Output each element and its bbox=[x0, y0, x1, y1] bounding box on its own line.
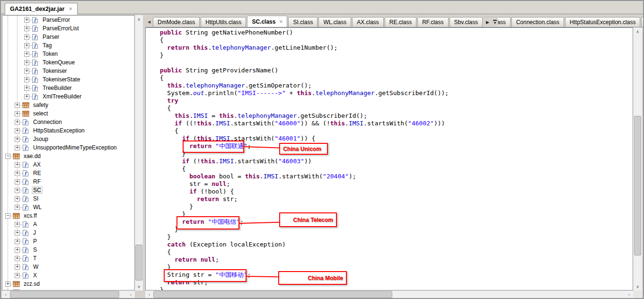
tree-item-label[interactable]: UnsupportedMimeTypeException bbox=[32, 144, 118, 151]
tree-item-label[interactable]: S bbox=[32, 246, 38, 254]
tree-item-label[interactable]: WL bbox=[32, 203, 43, 211]
expand-icon[interactable]: + bbox=[24, 26, 29, 31]
expand-icon[interactable]: + bbox=[15, 205, 20, 210]
tree-item-connection[interactable]: +JConnection bbox=[2, 118, 134, 126]
editor-tab-httpstatusexception-class[interactable]: HttpStatusException.class bbox=[565, 17, 640, 27]
collapse-icon[interactable]: − bbox=[5, 213, 10, 219]
tree-item-sc[interactable]: +JSC bbox=[2, 186, 134, 194]
expand-icon[interactable]: + bbox=[24, 60, 29, 65]
tree-item-label[interactable]: RE bbox=[32, 169, 43, 177]
tree-vertical-scrollbar[interactable]: ∧ ∨ bbox=[135, 15, 143, 290]
tree-item-label[interactable]: TreeBuilder bbox=[41, 84, 73, 92]
tree-item-label[interactable]: ParseError bbox=[41, 16, 71, 24]
tree-item-xcs-ff[interactable]: −xcs.ff bbox=[2, 211, 134, 220]
tree-item-parser[interactable]: +JParser bbox=[2, 33, 134, 41]
editor-tab-httputils-class[interactable]: HttpUtils.class bbox=[201, 17, 246, 27]
scroll-down-icon[interactable]: ∨ bbox=[135, 282, 143, 290]
tree-item-label[interactable]: AX bbox=[32, 161, 42, 168]
tree-item-rf[interactable]: +JRF bbox=[2, 177, 134, 186]
tree-item-parseerror[interactable]: +JParseError bbox=[2, 16, 134, 24]
editor-tab-re-class[interactable]: RE.class bbox=[385, 17, 416, 27]
expand-icon[interactable]: + bbox=[15, 145, 20, 150]
expand-icon[interactable]: + bbox=[24, 94, 29, 99]
expand-icon[interactable]: + bbox=[15, 188, 20, 193]
tree-item-label[interactable]: zcz.sd bbox=[22, 280, 41, 288]
tree-item-label[interactable]: ParseErrorList bbox=[41, 25, 80, 32]
collapse-icon[interactable]: − bbox=[5, 154, 10, 159]
tree-item-label[interactable]: Jsoup bbox=[32, 135, 50, 143]
tree-item-label[interactable]: safety bbox=[32, 101, 50, 109]
editor-tab-sbv-class[interactable]: Sbv.class bbox=[450, 17, 483, 27]
expand-icon[interactable]: + bbox=[15, 103, 20, 108]
scrollbar-thumb[interactable] bbox=[634, 116, 641, 255]
tree-item-si[interactable]: +JSI bbox=[2, 194, 134, 203]
tree-item-ax[interactable]: +JAX bbox=[2, 160, 134, 169]
tree-item-httpstatusexception[interactable]: +JHttpStatusException bbox=[2, 126, 134, 135]
tree-item-t[interactable]: +JT bbox=[2, 254, 134, 263]
editor-tab-jso[interactable]: Jso bbox=[641, 17, 644, 27]
tree-item-jsoup[interactable]: +JJsoup bbox=[2, 135, 134, 143]
tree-item-tokeniserstate[interactable]: +JTokeniserState bbox=[2, 75, 134, 84]
expand-icon[interactable]: + bbox=[24, 18, 29, 23]
tree-item-select[interactable]: +select bbox=[2, 109, 134, 118]
code-editor[interactable]: public String getNativePhoneNumber() { r… bbox=[145, 27, 633, 290]
expand-icon[interactable]: + bbox=[15, 120, 20, 125]
expand-icon[interactable]: + bbox=[5, 281, 10, 287]
tree-item-label[interactable]: select bbox=[32, 110, 49, 117]
tree-item-xae-dd[interactable]: −xae.dd bbox=[2, 152, 134, 160]
tree-item-label[interactable]: P bbox=[32, 237, 38, 245]
editor-tab-sc-class[interactable]: SC.class× bbox=[247, 16, 287, 27]
tree-item-label[interactable]: J bbox=[32, 229, 37, 237]
scroll-right-icon[interactable]: › bbox=[127, 290, 135, 299]
code-vertical-scrollbar[interactable]: ∧ ∨ bbox=[633, 27, 642, 290]
scroll-down-icon[interactable]: ∨ bbox=[634, 282, 642, 290]
tree-item-label[interactable]: HttpStatusException bbox=[32, 127, 86, 134]
expand-icon[interactable]: + bbox=[24, 69, 29, 74]
tree-item-label[interactable]: xcs.ff bbox=[22, 212, 38, 220]
tree-item-unsupportedmimetypeexception[interactable]: +JUnsupportedMimeTypeException bbox=[2, 143, 134, 152]
tree-item-a[interactable]: +JA bbox=[2, 220, 134, 229]
editor-tab-wl-class[interactable]: WL.class bbox=[318, 17, 351, 27]
expand-icon[interactable]: + bbox=[15, 256, 20, 261]
tree-item-s[interactable]: +JS bbox=[2, 246, 134, 254]
tree-item-label[interactable]: TokenQueue bbox=[41, 59, 76, 66]
expand-icon[interactable]: + bbox=[15, 162, 20, 167]
expand-icon[interactable]: + bbox=[15, 179, 20, 185]
tree-item-label[interactable]: W bbox=[32, 263, 40, 271]
editor-tab-ax-class[interactable]: AX.class bbox=[352, 17, 384, 27]
scroll-right-icon[interactable]: › bbox=[625, 290, 633, 299]
tree-item-label[interactable]: Tag bbox=[41, 42, 53, 49]
tree-item-label[interactable]: Connection bbox=[32, 118, 63, 126]
expand-icon[interactable]: + bbox=[24, 52, 29, 57]
tree-item-label[interactable]: XmlTreeBuilder bbox=[41, 93, 83, 100]
scroll-left-icon[interactable]: ‹ bbox=[145, 290, 153, 299]
tree-item-label[interactable]: TokeniserState bbox=[41, 76, 81, 83]
tree-item-w[interactable]: +JW bbox=[2, 263, 134, 271]
editor-tab-si-class[interactable]: SI.class bbox=[288, 17, 318, 27]
expand-icon[interactable]: + bbox=[24, 86, 29, 91]
tab-list-icon[interactable]: ▼ bbox=[493, 20, 497, 25]
editor-tab-rf-class[interactable]: RF.class bbox=[417, 17, 448, 27]
tree-item-tokeniser[interactable]: +JTokeniser bbox=[2, 67, 134, 75]
jar-tab[interactable]: GA2161_dex2jar.jar × bbox=[5, 3, 78, 15]
tree-item-xmltreebuilder[interactable]: +JXmlTreeBuilder bbox=[2, 92, 134, 101]
expand-icon[interactable]: + bbox=[24, 35, 29, 40]
editor-tab-connection-class[interactable]: Connection.class bbox=[512, 17, 564, 27]
tree-item-label[interactable]: RF bbox=[32, 178, 42, 185]
tree-item-treebuilder[interactable]: +JTreeBuilder bbox=[2, 84, 134, 92]
scroll-up-icon[interactable]: ∧ bbox=[634, 27, 642, 35]
tree-item-label[interactable]: T bbox=[32, 255, 38, 262]
expand-icon[interactable]: + bbox=[15, 273, 20, 278]
expand-icon[interactable]: + bbox=[15, 171, 20, 176]
close-icon[interactable]: × bbox=[69, 7, 72, 11]
scrollbar-thumb[interactable] bbox=[135, 245, 142, 281]
tree-item-token[interactable]: +JToken bbox=[2, 50, 134, 58]
tree-item-label[interactable]: xae.dd bbox=[22, 152, 42, 160]
tree-item-re[interactable]: +JRE bbox=[2, 169, 134, 177]
tree-item-label[interactable]: Tokeniser bbox=[41, 67, 68, 75]
expand-icon[interactable]: + bbox=[15, 239, 20, 244]
expand-icon[interactable]: + bbox=[15, 264, 20, 270]
scroll-up-icon[interactable]: ∧ bbox=[135, 15, 143, 23]
tree-item-wl[interactable]: +JWL bbox=[2, 203, 134, 211]
tree-item-safety[interactable]: +safety bbox=[2, 101, 134, 109]
